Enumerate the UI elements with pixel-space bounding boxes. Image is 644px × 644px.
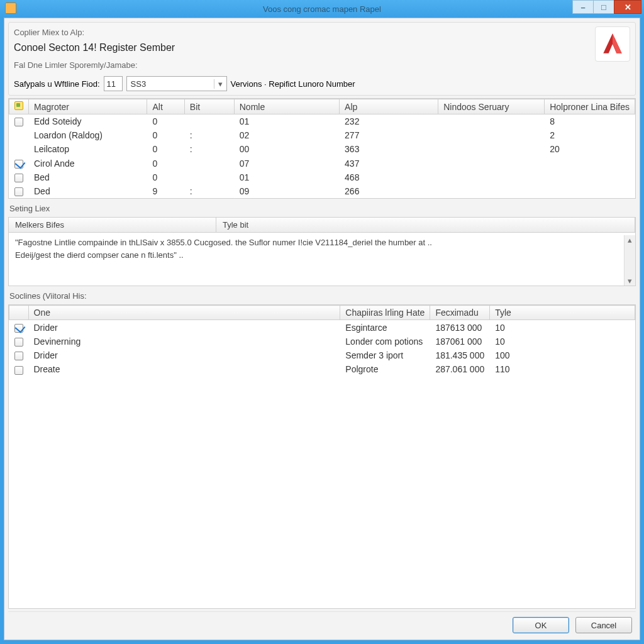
table1-col-bit[interactable]: Bit [184, 99, 234, 114]
spin-value: 11 [107, 79, 116, 89]
window-icon [5, 3, 16, 14]
section-soclines-label: Soclines (Viitoral His: [8, 289, 636, 302]
table2-col-one[interactable]: One [28, 306, 340, 320]
table1-col-nomle[interactable]: Nomle [234, 99, 339, 114]
chevron-down-icon: ▾ [214, 79, 223, 89]
cancel-button[interactable]: Cancel [575, 617, 632, 633]
minimize-button[interactable]: – [572, 0, 594, 14]
table2-col-fecx[interactable]: Fecximadu [430, 306, 490, 320]
table-row[interactable]: Bed001468 [9, 170, 635, 184]
window-controls: – □ ✕ [573, 0, 641, 14]
logo-icon [599, 31, 626, 57]
table-row[interactable]: Cirol Ande007437 [9, 156, 635, 170]
spin-input[interactable]: 11 [104, 76, 123, 91]
table2-col-check [9, 306, 29, 320]
table-row[interactable]: Edd Soteidy0012328 [9, 114, 635, 129]
soclines-table: One Chapiiras lrling Hate Fecximadu Tyle… [8, 304, 636, 609]
client-area: Coplier Miex to Alp: Conoel Secton 14! R… [4, 18, 640, 640]
header-label-1: Coplier Miex to Alp: [14, 26, 590, 40]
table1-col-alp[interactable]: Alp [340, 99, 438, 114]
control-trail-label: Vervions · Repifict Lunoro Number [231, 79, 355, 89]
table1-col-holproner[interactable]: Holproner Lina Bifes [545, 99, 635, 114]
checkbox[interactable] [14, 174, 23, 182]
checkbox[interactable] [14, 187, 23, 196]
table-row[interactable]: DriderSemder 3 iport181.435 000100 [9, 348, 635, 362]
table1-col-nindoos[interactable]: Nindoos Seruary [438, 99, 545, 114]
window-title: Voos cong cromac mapen Rapel [263, 4, 381, 14]
table-row[interactable]: Loardon (Raldog)0:022772 [9, 128, 635, 142]
table-row[interactable]: Ded9:09266 [9, 184, 635, 198]
table1-header-icon[interactable] [9, 99, 29, 114]
header-group: Coplier Miex to Alp: Conoel Secton 14! R… [8, 22, 636, 96]
ok-button[interactable]: OK [513, 617, 569, 633]
combo-value: SS3 [131, 79, 147, 89]
message-body: "Fagostne Lintlie compainde in thLlSaiv … [9, 233, 635, 277]
table-row[interactable]: DreatePolgrote287.061 000110 [9, 362, 635, 376]
button-bar: OK Cancel [8, 611, 636, 636]
maximize-button[interactable]: □ [593, 0, 614, 14]
app-logo [595, 26, 630, 62]
combo-select[interactable]: SS3 ▾ [126, 76, 227, 91]
table2-col-chap[interactable]: Chapiiras lrling Hate [340, 306, 430, 320]
checkbox[interactable] [14, 352, 23, 360]
close-button[interactable]: ✕ [614, 0, 641, 14]
message-line-1: "Fagostne Lintlie compainde in thLlSaiv … [15, 236, 629, 249]
table-row[interactable]: Leilcatop0:0036320 [9, 142, 635, 156]
cancel-button-label: Cancel [591, 621, 616, 630]
header-value-1: Conoel Secton 14! Register Sember [14, 40, 590, 56]
table-row[interactable]: DriderEsgintarce187613 00010 [9, 320, 635, 335]
checkbox[interactable] [14, 366, 23, 375]
table-row[interactable]: DevinerningLonder com potions187061 0001… [9, 335, 635, 348]
message-line-2: Edeij/gest the dierd compser cane n fti.… [15, 249, 629, 262]
checkbox[interactable] [14, 324, 23, 333]
scroll-up-icon: ▴ [628, 235, 632, 245]
message-scrollbar[interactable]: ▴ ▾ [624, 235, 635, 286]
control-row-label: Safypals u Wftline Fiod: [14, 79, 100, 89]
table2-col-tyle[interactable]: Tyle [490, 306, 635, 320]
message-panel: Melkers Bifes Tyle bit "Fagostne Lintlie… [8, 217, 636, 286]
checkbox[interactable] [14, 118, 23, 126]
checkbox[interactable] [14, 160, 23, 169]
msg-header-1[interactable]: Melkers Bifes [9, 218, 216, 232]
table1-col-alt[interactable]: Alt [147, 99, 184, 114]
section-seting-liex-label: Seting Liex [8, 201, 636, 214]
title-bar: Voos cong cromac mapen Rapel – □ ✕ [0, 0, 644, 18]
msg-header-2[interactable]: Tyle bit [216, 218, 635, 232]
table1-col-magroter[interactable]: Magroter [29, 99, 147, 114]
scroll-down-icon: ▾ [628, 276, 632, 286]
shield-icon [14, 101, 23, 110]
control-row: Safypals u Wftline Fiod: 11 SS3 ▾ Vervio… [14, 76, 630, 91]
ok-button-label: OK [535, 621, 547, 630]
checkbox[interactable] [14, 338, 23, 347]
header-label-2: Fal Dne Limler Sporemly/Jamabe: [14, 59, 590, 72]
magroter-table: Magroter Alt Bit Nomle Alp Nindoos Serua… [8, 98, 636, 199]
